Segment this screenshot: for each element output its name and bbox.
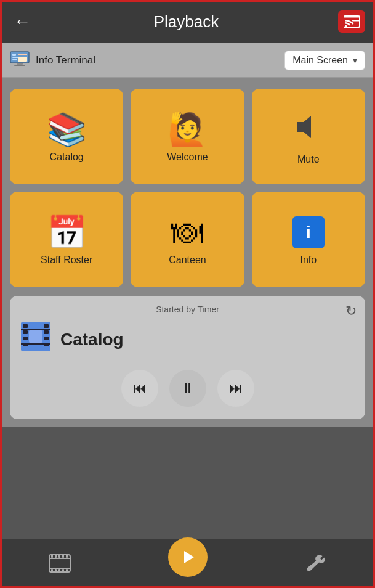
cast-button[interactable] (338, 10, 365, 33)
canteen-button[interactable]: 🍽 Canteen (131, 192, 244, 287)
staff-roster-icon: 📅 (47, 216, 87, 248)
svg-rect-16 (23, 330, 28, 334)
canteen-label: Canteen (169, 255, 206, 266)
bottom-film-button[interactable] (49, 554, 71, 573)
canteen-icon: 🍽 (171, 216, 203, 248)
svg-rect-17 (23, 337, 28, 340)
now-playing-title: Catalog (60, 330, 124, 349)
main-content: 📚 Catalog 🙋 Welcome Mute 📅 Staff Roster (0, 78, 375, 427)
svg-rect-34 (51, 569, 53, 572)
forward-button[interactable]: ⏭ (217, 370, 254, 407)
svg-marker-39 (184, 551, 194, 563)
media-grid: 📚 Catalog 🙋 Welcome Mute 📅 Staff Roster (10, 89, 365, 287)
catalog-button[interactable]: 📚 Catalog (10, 89, 123, 184)
bottom-settings-button[interactable] (305, 554, 326, 573)
svg-rect-35 (55, 569, 57, 572)
refresh-button[interactable]: ↻ (345, 303, 357, 319)
wrench-icon (305, 554, 326, 573)
now-playing-content: Catalog (20, 321, 355, 359)
info-label: Info (300, 255, 317, 266)
svg-rect-1 (352, 20, 360, 22)
info-icon: i (292, 216, 325, 248)
svg-rect-33 (66, 555, 68, 558)
header: ← Playback (0, 0, 375, 43)
page-title: Playback (154, 12, 219, 31)
svg-rect-6 (12, 59, 17, 60)
staff-roster-label: Staff Roster (41, 255, 92, 266)
rewind-button[interactable]: ⏮ (121, 370, 158, 407)
svg-rect-37 (62, 569, 64, 572)
svg-rect-28 (49, 568, 70, 569)
svg-marker-11 (297, 116, 311, 138)
film-nav-icon (49, 554, 71, 573)
back-button[interactable]: ← (10, 12, 34, 31)
forward-icon: ⏭ (229, 380, 243, 396)
cast-icon (344, 15, 360, 28)
svg-rect-8 (18, 57, 27, 62)
svg-rect-25 (29, 330, 42, 343)
svg-rect-29 (51, 555, 53, 558)
svg-rect-10 (14, 65, 25, 66)
svg-rect-20 (44, 330, 49, 334)
mute-icon (292, 111, 325, 148)
svg-rect-31 (58, 555, 60, 558)
info-button[interactable]: i Info (252, 192, 365, 287)
welcome-label: Welcome (167, 152, 208, 163)
catalog-icon: 📚 (47, 113, 87, 145)
svg-rect-4 (12, 54, 16, 56)
svg-rect-38 (66, 569, 68, 572)
svg-rect-27 (49, 558, 70, 559)
welcome-icon: 🙋 (167, 113, 208, 145)
film-strip-icon (20, 321, 52, 359)
subheader: Info Terminal Main Screen ▾ (0, 43, 375, 78)
info-terminal-icon (10, 51, 30, 66)
play-center-button[interactable] (168, 537, 208, 577)
now-playing-panel: Started by Timer ↻ (10, 296, 365, 419)
now-playing-header: Started by Timer (20, 304, 355, 314)
screen-dropdown[interactable]: Main Screen ▾ (284, 51, 365, 70)
pause-icon: ⏸ (181, 380, 195, 396)
mute-label: Mute (297, 154, 320, 165)
terminal-label: Info Terminal (36, 54, 95, 67)
welcome-button[interactable]: 🙋 Welcome (131, 89, 244, 184)
bottom-navigation (0, 539, 375, 588)
play-icon (179, 549, 196, 566)
svg-rect-21 (44, 337, 49, 340)
playback-controls: ⏮ ⏸ ⏭ (20, 370, 355, 407)
svg-rect-32 (62, 555, 64, 558)
svg-rect-15 (23, 324, 28, 328)
svg-rect-24 (21, 343, 50, 345)
terminal-icon (10, 51, 30, 70)
catalog-label: Catalog (50, 152, 84, 163)
svg-rect-7 (18, 54, 27, 55)
rewind-icon: ⏮ (133, 380, 147, 396)
svg-rect-5 (12, 57, 18, 58)
svg-rect-36 (58, 569, 60, 572)
mute-button[interactable]: Mute (252, 89, 365, 184)
staff-roster-button[interactable]: 📅 Staff Roster (10, 192, 123, 287)
svg-rect-23 (21, 329, 50, 330)
terminal-info: Info Terminal (10, 51, 95, 70)
pause-button[interactable]: ⏸ (169, 370, 206, 407)
chevron-down-icon: ▾ (353, 55, 357, 65)
screen-dropdown-label: Main Screen (292, 55, 348, 66)
svg-rect-9 (17, 63, 23, 65)
svg-rect-30 (55, 555, 57, 558)
svg-rect-19 (44, 324, 49, 328)
